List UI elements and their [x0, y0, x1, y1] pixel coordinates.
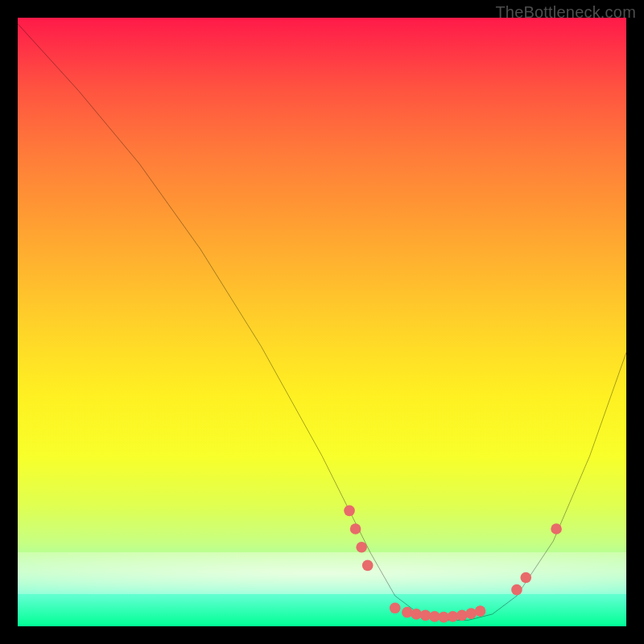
chart-svg	[18, 18, 626, 626]
data-marker	[456, 610, 468, 621]
data-marker	[520, 572, 531, 584]
attribution-text: TheBottleneck.com	[495, 3, 636, 22]
chart-container: TheBottleneck.com	[0, 0, 644, 644]
data-marker	[350, 523, 361, 535]
plot-area	[18, 18, 626, 626]
marker-group	[344, 506, 562, 623]
data-marker	[344, 506, 355, 517]
data-marker	[362, 560, 374, 572]
data-marker	[402, 607, 413, 618]
data-marker	[390, 603, 401, 614]
bottleneck-curve	[18, 24, 626, 621]
data-marker	[475, 605, 486, 617]
data-marker	[356, 542, 367, 553]
data-marker	[511, 584, 522, 596]
data-marker	[551, 523, 562, 535]
